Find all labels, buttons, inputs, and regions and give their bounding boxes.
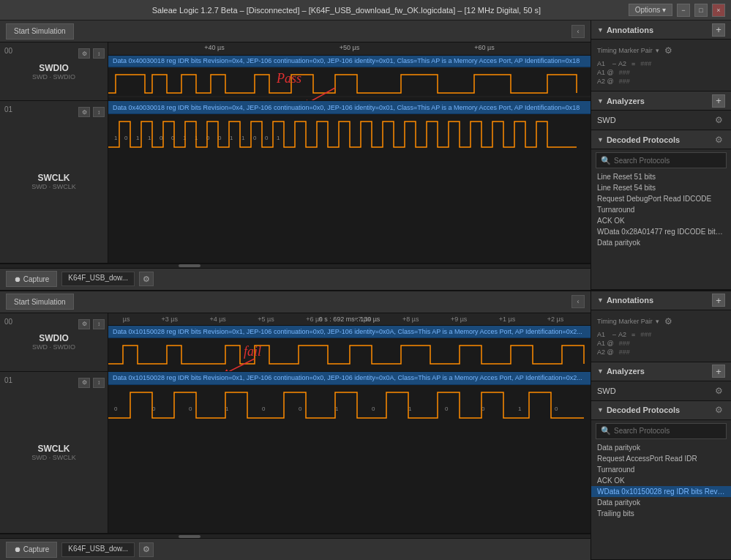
time-ruler-2: 0 s : 692 ms : 130 µs µs +3 µs +4 µs +5 … xyxy=(108,313,591,326)
time-us: µs xyxy=(123,316,130,323)
waveform-area-swdio-1[interactable]: +40 µs +50 µs +60 µs Data 0x40030018 reg… xyxy=(108,42,591,100)
annotations-section-1: ▼ Annotations + Timing Marker Pair ▾ ⚙ A… xyxy=(591,20,731,92)
analyzers-add-button-2[interactable]: + xyxy=(712,365,725,378)
protocol-item-1-6[interactable]: Data parityok xyxy=(591,237,731,248)
protocol-item-1-4[interactable]: ACK OK xyxy=(591,215,731,226)
protocol-list-2: Data parityok Request AccessPort Read ID… xyxy=(591,442,731,560)
channel-expand-icon-2[interactable]: ↕ xyxy=(93,319,105,329)
start-simulation-button-1[interactable]: Start Simulation xyxy=(6,23,74,40)
capture-gear-1[interactable]: ⚙ xyxy=(139,272,154,286)
waveform-area-swclk-2[interactable]: Data 0x10150028 reg IDR bits Revision=0x… xyxy=(108,372,591,534)
a1-sep-1: – xyxy=(612,60,616,67)
protocol-item-1-5[interactable]: WData 0x28A01477 reg IDCODE bits DES... xyxy=(591,226,731,237)
channel-expand-icon[interactable]: ↕ xyxy=(93,48,105,59)
time-4us: +4 µs xyxy=(209,316,225,323)
a1-label-1: A1 xyxy=(597,60,610,67)
channel-label-swdio-1: 00 ⚙ ↕ SWDIO SWD · SWDIO xyxy=(0,42,108,100)
protocol-item-2-5[interactable]: Data parityok xyxy=(591,497,731,508)
time-2us: +2 µs xyxy=(547,316,563,323)
swdio-waveform-1[interactable]: Pass xyxy=(108,67,591,100)
swclk-waveform-1[interactable]: 1 0 1 1 0 0 1 1 0 0 xyxy=(108,114,591,263)
protocol-item-1-0[interactable]: Line Reset 51 bits xyxy=(591,171,731,182)
svg-text:1: 1 xyxy=(148,135,151,141)
timing-dropdown-1[interactable]: ▾ xyxy=(656,47,659,54)
channel-gear-icon-clk[interactable]: ⚙ xyxy=(78,107,90,117)
a1-label-2: A1 xyxy=(597,331,610,338)
decoded-protocols-gear-1[interactable]: ⚙ xyxy=(712,133,725,146)
collapse-button-1[interactable]: ‹ xyxy=(571,25,585,38)
protocol-item-1-3[interactable]: Turnaround xyxy=(591,204,731,215)
svg-text:1: 1 xyxy=(277,135,280,141)
protocol-item-2-4[interactable]: WData 0x10150028 reg IDR bits Revisio... xyxy=(591,486,731,497)
waveform-main-1: Start Simulation ‹ 00 ⚙ xyxy=(0,20,591,290)
protocol-item-2-0[interactable]: Data parityok xyxy=(591,442,731,453)
waveform-area-swclk-1[interactable]: Data 0x40030018 reg IDR bits Revision=0x… xyxy=(108,101,591,263)
collapse-button-2[interactable]: ‹ xyxy=(571,295,585,308)
protocol-item-2-1[interactable]: Request AccessPort Read IDR xyxy=(591,453,731,464)
analyzer-swd-gear-2[interactable]: ⚙ xyxy=(712,384,725,397)
options-button[interactable]: Options ▾ xyxy=(629,4,672,16)
time-8us: +8 µs xyxy=(402,316,419,323)
analyzers-add-button-1[interactable]: + xyxy=(712,94,725,108)
protocol-item-1-1[interactable]: Line Reset 54 bits xyxy=(591,182,731,193)
maximize-button[interactable]: □ xyxy=(694,4,708,17)
annotations-header-1: ▼ Annotations + xyxy=(591,20,731,40)
time-6us: +6 µs xyxy=(306,316,322,323)
channel-row-swclk-1: 01 ⚙ ↕ SWCLK SWD · SWCLK Data 0x400 xyxy=(0,101,591,264)
capture-gear-2[interactable]: ⚙ xyxy=(139,542,154,557)
a1-equals-1: = xyxy=(631,60,635,67)
analyzers-header-2: ▼ Analyzers + xyxy=(591,362,731,381)
channel-gear-icon[interactable]: ⚙ xyxy=(78,48,90,59)
a2-at-label-2: A2 @ xyxy=(597,348,614,356)
protocol-item-1-2[interactable]: Request DebugPort Read IDCODE xyxy=(591,193,731,204)
capture-button-1[interactable]: ⏺ Capture xyxy=(6,271,57,287)
analyzers-section-2: ▼ Analyzers + SWD ⚙ xyxy=(591,362,731,401)
decoded-protocols-title-1: Decoded Protocols xyxy=(607,135,709,144)
svg-text:1: 1 xyxy=(136,135,140,141)
channel-gear-icon-2[interactable]: ⚙ xyxy=(78,319,90,329)
timing-gear-1[interactable]: ⚙ xyxy=(662,44,675,57)
search-icon-1: 🔍 xyxy=(601,156,611,165)
decoded-protocols-section-2: ▼ Decoded Protocols ⚙ 🔍 Data parityok Re… xyxy=(591,401,731,561)
annotations-add-button-2[interactable]: + xyxy=(712,294,725,307)
analyzer-swd-gear-1[interactable]: ⚙ xyxy=(712,113,725,127)
triangle-icon-an-2: ▼ xyxy=(597,367,604,375)
minimize-button[interactable]: − xyxy=(677,4,690,17)
search-box-2[interactable]: 🔍 xyxy=(596,423,727,439)
timing-dropdown-2[interactable]: ▾ xyxy=(656,318,659,325)
channels-container-1: 00 ⚙ ↕ SWDIO SWD · SWDIO xyxy=(0,42,591,264)
a2-at-hash-1: ### xyxy=(619,78,630,85)
channel-subname-swclk-1: SWD · SWCLK xyxy=(6,183,102,190)
channel-expand-icon-clk[interactable]: ↕ xyxy=(93,107,105,117)
protocol-item-2-6[interactable]: Trailing bits xyxy=(591,508,731,519)
timing-gear-2[interactable]: ⚙ xyxy=(662,315,675,328)
protocol-item-2-3[interactable]: ACK OK xyxy=(591,475,731,486)
protocol-item-2-2[interactable]: Turnaround xyxy=(591,464,731,475)
channel-number-00-2: 00 xyxy=(4,318,12,326)
channel-subname-swdio-1: SWD · SWDIO xyxy=(6,73,102,81)
annotation-banner-swclk-2: Data 0x10150028 reg IDR bits Revision=0x… xyxy=(108,372,591,385)
channel-name-swclk-2: SWCLK xyxy=(6,444,102,454)
search-input-1[interactable] xyxy=(614,157,721,165)
swclk-waveform-2[interactable]: 0 0 0 1 0 0 1 0 1 0 xyxy=(108,385,591,534)
time-3us: +3 µs xyxy=(161,316,177,323)
triangle-icon-dp-2: ▼ xyxy=(597,406,604,414)
search-box-1[interactable]: 🔍 xyxy=(596,152,727,168)
swdio-waveform-2[interactable]: fail xyxy=(108,338,591,371)
time-1us: +1 µs xyxy=(499,316,515,323)
capture-button-2[interactable]: ⏺ Capture xyxy=(6,542,57,558)
right-panel-1: ▼ Annotations + Timing Marker Pair ▾ ⚙ A… xyxy=(591,20,731,291)
annotation-banner-swdio-1: Data 0x40030018 reg IDR bits Revision=0x… xyxy=(108,56,591,67)
annotations-add-button-1[interactable]: + xyxy=(712,23,725,37)
decoded-protocols-title-2: Decoded Protocols xyxy=(607,406,709,414)
channel-expand-icon-clk2[interactable]: ↕ xyxy=(93,378,105,388)
sim-toolbar-2: Start Simulation ‹ xyxy=(0,291,591,313)
swdio-svg-2 xyxy=(108,338,591,371)
search-input-2[interactable] xyxy=(614,427,721,435)
close-button[interactable]: × xyxy=(712,4,725,17)
a2-at-hash-2: ### xyxy=(619,348,630,356)
waveform-area-swdio-2[interactable]: 0 s : 692 ms : 130 µs µs +3 µs +4 µs +5 … xyxy=(108,313,591,371)
start-simulation-button-2[interactable]: Start Simulation xyxy=(6,294,74,310)
decoded-protocols-gear-2[interactable]: ⚙ xyxy=(712,403,725,417)
channel-gear-icon-clk2[interactable]: ⚙ xyxy=(78,378,90,388)
